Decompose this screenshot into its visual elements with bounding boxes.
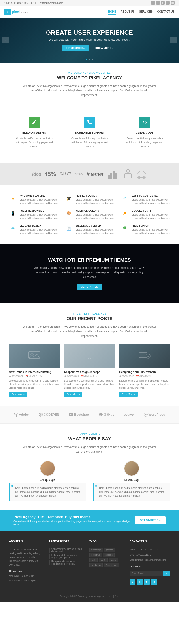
hero-prev-button[interactable]: ‹ [2, 37, 9, 43]
tag-graphic[interactable]: graphic [104, 548, 115, 552]
brands-section: Adobe CODEPEN B Bootstrap gh GitHub jQue… [0, 406, 179, 424]
avatar-image-2 [124, 461, 139, 476]
feature-icon-design [29, 116, 40, 128]
dark-section-btn[interactable]: Get Started [77, 284, 102, 290]
rss-link[interactable]: rss [171, 1, 174, 5]
feature-colors: 🎨 MULTIPLE COLORS Create beautiful, uniq… [65, 209, 114, 220]
subscribe-input[interactable] [129, 570, 163, 576]
cta-section: Pixel Agency HTML Template. Buy this the… [0, 510, 179, 531]
tag-pixel[interactable]: Pixel Agency [104, 563, 119, 567]
footer-post-3: Excepteur sint occaecat cupidatat non pr… [49, 560, 83, 565]
doodle-percent: 45% [44, 171, 56, 178]
svg-rect-5 [125, 174, 131, 178]
subscribe-form: → [129, 570, 170, 576]
post-readmore-2[interactable]: Read More » [64, 392, 83, 397]
feature-card-design: ELEGANT DESIGN Create beautiful, unique … [9, 111, 60, 154]
tag-html5[interactable]: html5 [99, 558, 108, 562]
hero-next-button[interactable]: › [170, 37, 177, 43]
nav-contact[interactable]: CONTACT US [157, 9, 174, 15]
twitter-link[interactable]: t [156, 1, 160, 5]
tag-template[interactable]: template [103, 553, 115, 557]
elegant-content: ELEGANT DESIGN Create beautiful, unique … [20, 224, 58, 235]
footer-twitter-link[interactable]: t [129, 579, 135, 585]
hero-dot-3[interactable] [92, 58, 93, 60]
footer-social: t f g+ in [129, 579, 170, 585]
perfect-title: PERFECT DESIGN [76, 194, 114, 197]
email-text: example@gmail.com [40, 2, 63, 4]
hero-section: ‹ GREATE USER EXPERIENCE We will deal wi… [0, 18, 179, 62]
footer-office: Office Hour Mon-Wed: 09am to 08pm Thurs-… [9, 569, 43, 582]
footer-latest: Latest Posts Consectetur adipiscing elit… [49, 540, 83, 585]
feature-awesome: ★ AWESOME FEATURE Create beautiful, uniq… [9, 194, 58, 205]
footer-contact-title: Contact Us [129, 540, 170, 545]
post-title-2: Responsive design concept [64, 370, 115, 374]
post-readmore-1[interactable]: Read More » [9, 392, 27, 397]
responsive-title: FULLY RESPONSIVE [20, 209, 58, 212]
post-author-1: ♟ #webdesign [9, 375, 24, 377]
easy-content: EASY TO CUSTOMISE Create beautiful, uniq… [132, 194, 170, 205]
feature-card-design-title: ELEGANT DESIGN [14, 131, 55, 134]
brand-github-name: GitHub [104, 413, 114, 416]
brand-bootstrap-name: Bootstrap [74, 413, 89, 416]
footer-mob: Mob: +1 0000111111 [129, 553, 170, 557]
feature-easy: ⚙ EASY TO CUSTOMISE Create beautiful, un… [121, 194, 170, 205]
nav-home[interactable]: HOME [108, 9, 116, 15]
hero-get-started-button[interactable]: Get Started » [62, 45, 89, 52]
welcome-subtitle: We Build Amazing Websites [14, 72, 165, 74]
cta-button[interactable]: Get Started » [135, 516, 165, 524]
social-links[interactable]: f t g in rss [150, 1, 174, 5]
facebook-link[interactable]: f [151, 1, 155, 5]
hero-know-more-button[interactable]: Know More » [91, 45, 117, 52]
svg-text:W: W [145, 414, 146, 416]
footer-phone: Phone: +1 00 1111 0000 P.M. [129, 548, 170, 552]
subscribe-button[interactable]: → [163, 570, 170, 576]
welcome-title: WELCOME TO PIXEL AGENCY [14, 75, 165, 80]
phone-text: Call Us: +1 (800) 456 125 11 [5, 2, 36, 4]
post-readmore-3[interactable]: Read More » [119, 392, 138, 397]
elegant-desc: Create beautiful, unique websites with i… [20, 228, 58, 235]
hero-dot-2[interactable] [89, 58, 90, 60]
footer-linkedin-link[interactable]: in [151, 579, 157, 585]
testimonial-1: Enrique Igle " Nam liber tempor cum solu… [9, 460, 86, 500]
tag-jquery[interactable]: jquery [109, 558, 118, 562]
free-support-title: FREE SUPPORT [132, 224, 170, 227]
google-link[interactable]: g [161, 1, 165, 5]
brand-jquery-text: jQuery [124, 413, 134, 416]
footer-about-text: We are an organization in the printing a… [9, 548, 43, 567]
free-support-desc: Create beautiful, unique websites with i… [132, 228, 170, 235]
post-excerpt-2: Laoreet eleifend condimentum urna odio n… [64, 379, 115, 390]
footer-facebook-link[interactable]: f [137, 579, 142, 585]
documented-desc: Create beautiful, unique websites with i… [76, 228, 114, 235]
tag-webdesign[interactable]: webdesign [89, 548, 103, 552]
feature-icon-code [139, 116, 150, 128]
brand-wordpress: W WordPress [144, 412, 165, 416]
tag-bootstrap[interactable]: bootstrap [89, 553, 102, 557]
footer-tags-title: Tags [89, 540, 123, 545]
easy-title: EASY TO CUSTOMISE [132, 194, 170, 197]
testimonials-title: WHAT PEOPLE SAY [9, 436, 170, 442]
feature-card-code-desc: Create beautiful, unique websites with i… [124, 136, 165, 148]
brand-bootstrap: B Bootstrap [69, 412, 89, 416]
nav-about[interactable]: ABOUT US [121, 9, 135, 15]
linkedin-link[interactable]: in [166, 1, 169, 5]
feature-card-design-desc: Create beautiful, unique websites with i… [14, 136, 55, 148]
easy-icon: ⚙ [121, 194, 129, 202]
quote-mark-2: " [95, 484, 97, 491]
avatar-image-1 [41, 461, 55, 476]
svg-rect-14 [88, 358, 91, 359]
footer-google-link[interactable]: g+ [144, 579, 150, 585]
svg-line-24 [41, 414, 43, 415]
perfect-desc: Create beautiful, unique websites with i… [76, 198, 114, 205]
features-cards: ELEGANT DESIGN Create beautiful, unique … [0, 106, 179, 163]
logo-sub: agency [21, 11, 28, 14]
svg-text:gh: gh [100, 414, 102, 416]
colors-title: MULTIPLE COLORS [76, 209, 114, 212]
svg-rect-12 [85, 352, 94, 358]
footer-latest-list: Consectetur adipiscing elit sed do eiusm… [49, 548, 83, 565]
tag-wordpress[interactable]: wordpress [89, 563, 103, 567]
hero-dot-1[interactable] [86, 58, 87, 60]
tag-css3[interactable]: css3 [89, 558, 98, 562]
nav-services[interactable]: SERVICES [139, 9, 153, 15]
tag-cloud: webdesign graphic bootstrap template css… [89, 548, 123, 567]
feature-card-support-desc: Create beautiful, unique websites with i… [69, 136, 110, 148]
